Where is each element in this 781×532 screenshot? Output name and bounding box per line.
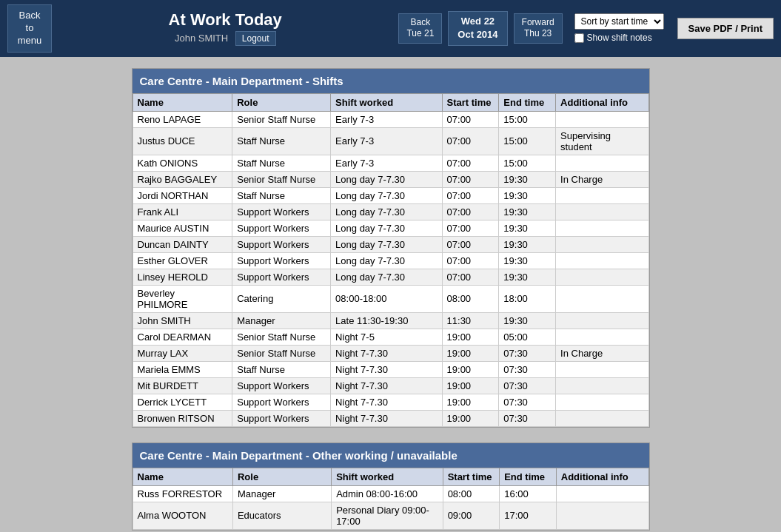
cell-name: Reno LAPAGE bbox=[133, 111, 232, 127]
cell-name: Russ FORRESTOR bbox=[133, 485, 232, 502]
cell-start: 19:00 bbox=[442, 361, 499, 377]
col-header-name: Name bbox=[133, 93, 232, 111]
date-line1: Wed 22 bbox=[457, 15, 497, 28]
col-header-end-time: End time bbox=[499, 93, 556, 111]
cell-name: Beverley PHILMORE bbox=[133, 285, 232, 312]
header: Back to menu At Work Today John SMITH Lo… bbox=[0, 0, 781, 57]
table-row: Carol DEARMANSenior Staff NurseNight 7-5… bbox=[133, 329, 648, 345]
col-header-end-time: End time bbox=[500, 468, 557, 485]
table-row: Mariela EMMSStaff NurseNight 7-7.3019:00… bbox=[133, 361, 648, 377]
cell-shift: Night 7-7.30 bbox=[331, 377, 442, 394]
table-row: Esther GLOVERSupport WorkersLong day 7-7… bbox=[133, 252, 648, 269]
cell-role: Support Workers bbox=[232, 220, 331, 236]
cell-shift: Long day 7-7.30 bbox=[331, 269, 442, 285]
cell-role: Support Workers bbox=[232, 252, 331, 269]
cell-name: Alma WOOTON bbox=[133, 502, 232, 529]
col-header-additional-info: Additional info bbox=[556, 468, 648, 485]
table-row: John SMITHManagerLate 11:30-19:3011:3019… bbox=[133, 312, 648, 329]
cell-shift: Night 7-7.30 bbox=[331, 345, 442, 361]
main-content: Care Centre - Main Department - ShiftsNa… bbox=[0, 57, 781, 532]
cell-info bbox=[556, 111, 648, 127]
cell-start: 07:00 bbox=[442, 252, 499, 269]
table-row: Linsey HEROLDSupport WorkersLong day 7-7… bbox=[133, 269, 648, 285]
cell-info: Supervising student bbox=[556, 127, 648, 155]
cell-info bbox=[556, 285, 648, 312]
cell-info bbox=[556, 269, 648, 285]
cell-start: 07:00 bbox=[442, 171, 499, 187]
nav-forward-button[interactable]: Forward Thu 23 bbox=[514, 13, 563, 44]
cell-role: Support Workers bbox=[232, 410, 331, 426]
table-row: Derrick LYCETTSupport WorkersNight 7-7.3… bbox=[133, 394, 648, 410]
cell-end: 19:30 bbox=[499, 171, 556, 187]
shift-notes-label: Show shift notes bbox=[587, 33, 652, 43]
cell-info: In Charge bbox=[556, 171, 648, 187]
table-row: Jordi NORTHANStaff NurseLong day 7-7.300… bbox=[133, 187, 648, 203]
cell-shift: Night 7-7.30 bbox=[331, 361, 442, 377]
cell-end: 19:30 bbox=[499, 236, 556, 252]
page-title: At Work Today bbox=[58, 10, 392, 30]
cell-end: 15:00 bbox=[499, 127, 556, 155]
date-display: Wed 22 Oct 2014 bbox=[448, 11, 507, 45]
cell-role: Catering bbox=[232, 285, 331, 312]
cell-start: 07:00 bbox=[442, 111, 499, 127]
cell-info bbox=[556, 361, 648, 377]
cell-end: 07:30 bbox=[499, 410, 556, 426]
cell-shift: Early 7-3 bbox=[331, 127, 442, 155]
logout-button[interactable]: Logout bbox=[235, 31, 276, 46]
cell-start: 19:00 bbox=[442, 394, 499, 410]
cell-name: Mariela EMMS bbox=[133, 361, 232, 377]
cell-role: Senior Staff Nurse bbox=[232, 345, 331, 361]
cell-end: 17:00 bbox=[500, 502, 557, 529]
cell-info bbox=[556, 312, 648, 329]
shift-notes-checkbox[interactable] bbox=[574, 33, 584, 43]
sort-select[interactable]: Sort by start timeSort by nameSort by ro… bbox=[574, 13, 664, 30]
cell-start: 07:00 bbox=[442, 155, 499, 171]
cell-start: 07:00 bbox=[442, 187, 499, 203]
table-row: Duncan DAINTYSupport WorkersLong day 7-7… bbox=[133, 236, 648, 252]
cell-shift: Long day 7-7.30 bbox=[331, 252, 442, 269]
shift-notes-row: Show shift notes bbox=[574, 33, 664, 43]
cell-info bbox=[556, 236, 648, 252]
cell-shift: Personal Diary 09:00-17:00 bbox=[332, 502, 443, 529]
cell-info bbox=[556, 155, 648, 171]
cell-end: 19:30 bbox=[499, 269, 556, 285]
cell-end: 07:30 bbox=[499, 394, 556, 410]
cell-end: 19:30 bbox=[499, 312, 556, 329]
cell-start: 09:00 bbox=[443, 502, 500, 529]
cell-info bbox=[556, 220, 648, 236]
table-row: Maurice AUSTINSupport WorkersLong day 7-… bbox=[133, 220, 648, 236]
section-header-shifts: Care Centre - Main Department - Shifts bbox=[133, 69, 649, 93]
date-line2: Oct 2014 bbox=[457, 28, 497, 41]
cell-role: Staff Nurse bbox=[232, 155, 331, 171]
cell-role: Staff Nurse bbox=[232, 127, 331, 155]
cell-info bbox=[556, 410, 648, 426]
save-pdf-button[interactable]: Save PDF / Print bbox=[677, 18, 774, 39]
cell-name: Duncan DAINTY bbox=[133, 236, 232, 252]
back-to-menu-button[interactable]: Back to menu bbox=[7, 4, 52, 53]
cell-shift: Night 7-7.30 bbox=[331, 410, 442, 426]
table-row: Rajko BAGGALEYSenior Staff NurseLong day… bbox=[133, 171, 648, 187]
cell-role: Staff Nurse bbox=[232, 187, 331, 203]
cell-info bbox=[556, 187, 648, 203]
cell-shift: Late 11:30-19:30 bbox=[331, 312, 442, 329]
cell-name: John SMITH bbox=[133, 312, 232, 329]
cell-role: Senior Staff Nurse bbox=[232, 171, 331, 187]
cell-shift: Early 7-3 bbox=[331, 155, 442, 171]
cell-info: In Charge bbox=[556, 345, 648, 361]
cell-role: Manager bbox=[232, 312, 331, 329]
cell-start: 07:00 bbox=[442, 236, 499, 252]
cell-name: Murray LAX bbox=[133, 345, 232, 361]
cell-name: Kath ONIONS bbox=[133, 155, 232, 171]
table-shifts: NameRoleShift workedStart timeEnd timeAd… bbox=[133, 93, 649, 427]
cell-name: Rajko BAGGALEY bbox=[133, 171, 232, 187]
cell-end: 19:30 bbox=[499, 203, 556, 220]
cell-name: Esther GLOVER bbox=[133, 252, 232, 269]
col-header-role: Role bbox=[232, 468, 331, 485]
cell-end: 05:00 bbox=[499, 329, 556, 345]
cell-start: 19:00 bbox=[442, 410, 499, 426]
table-row: Murray LAXSenior Staff NurseNight 7-7.30… bbox=[133, 345, 648, 361]
nav-back-button[interactable]: Back Tue 21 bbox=[398, 13, 442, 44]
cell-name: Justus DUCE bbox=[133, 127, 232, 155]
cell-role: Senior Staff Nurse bbox=[232, 111, 331, 127]
cell-role: Support Workers bbox=[232, 377, 331, 394]
